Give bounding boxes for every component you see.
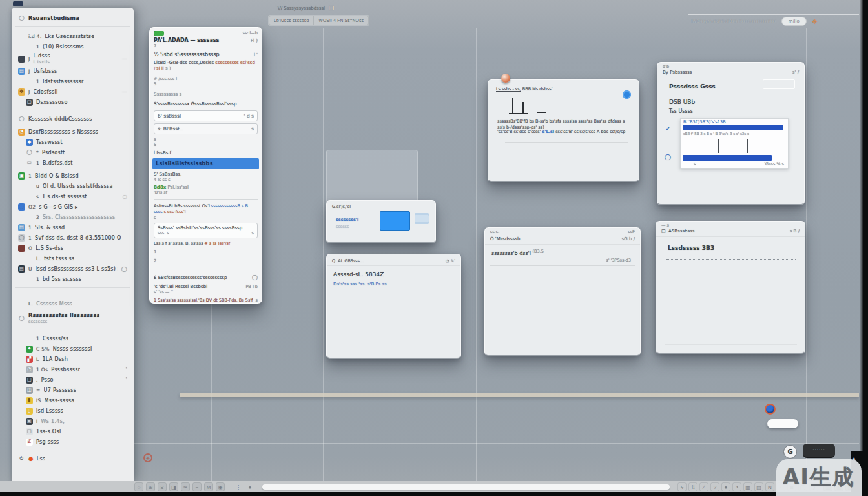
merchant-titlebar[interactable]: O 'Mssdssssb. sG.b / — [485, 234, 640, 245]
sidebar-item[interactable]: ▢ 1ss-s.Osl — [16, 426, 130, 437]
taskbar-tray-icon[interactable]: ϟ — [677, 482, 687, 491]
notes-titlebar[interactable]: Q .AL GBSsss... ◔ ✎' — [327, 254, 460, 266]
sidebar-item[interactable]: ● Q2 s G—s G GlS ▸ — [16, 202, 130, 212]
sidebar-item[interactable]: ▣ 1 Bldd Q & Bslssd — [16, 170, 130, 181]
sidebar-item[interactable]: ◯ 1 Svf dss ds. dsst 8-d3.551000 O — [16, 232, 130, 243]
sidebar-item[interactable]: ◔ DsxfBsssssssss s Nssssss — [16, 127, 130, 137]
sidebar-item[interactable]: ▢ . Psso ' — [16, 375, 130, 385]
tasks-titlebar-icons[interactable]: s' / — [792, 70, 799, 75]
dialog-after-1: S' SsBssBss, — [154, 172, 258, 177]
taskbar-icon[interactable]: ◉ — [216, 482, 225, 491]
dialog-section-3-button[interactable]: ◯ — [252, 274, 258, 280]
tasks-titlebar[interactable]: By Psbssssss s' / — [657, 69, 804, 78]
taskbar-icon[interactable]: M — [204, 482, 213, 491]
sidebar-item[interactable]: ◔ 1 Os Psssbssssr ' — [16, 364, 130, 375]
loudness-titlebar[interactable]: □ .A5Bsssbsss s B / — [656, 228, 805, 237]
light-swatch[interactable] — [415, 213, 429, 224]
top-tab-1[interactable]: Lb'lUscs ssssbsd — [269, 16, 314, 25]
sidebar-item[interactable]: 1 (10) Bsissssms — [16, 41, 130, 52]
taskbar-icon[interactable]: Ƨ — [158, 482, 167, 491]
sidebar-item[interactable]: ◯ Rssssssssfss llssssssss ssssssss — [16, 311, 130, 329]
white-pill-button[interactable] — [767, 419, 798, 428]
taskbar-icon-glyph: Ν — [768, 484, 772, 490]
sidebar-item[interactable]: ▢ Dsxssssoso — [16, 97, 130, 107]
taskbar-icon[interactable]: − — [192, 482, 202, 491]
blue-swatch[interactable] — [380, 211, 410, 231]
sidebar-item[interactable]: ▬ J L.dsss L tsxtls — — [16, 52, 130, 66]
sidebar-item[interactable]: ❖ J Cdosfssil — — [16, 87, 130, 97]
sidebar-item-icon: ▯ — [26, 408, 33, 415]
toolbar-button[interactable]: millo — [781, 17, 807, 26]
taskbar-tray-icon[interactable]: ⇅ — [688, 482, 698, 491]
top-tab-2[interactable]: WOS!! 4 FN Ss=NOss — [314, 16, 369, 25]
sidebar-item[interactable]: L. tsts tsss ss — [16, 253, 130, 264]
sidebar-item[interactable]: 1 Idstssfassssssr — [16, 76, 130, 87]
sidebar-item[interactable]: ⏻ ● Lss — [16, 450, 130, 464]
merchant-titlebar-icons[interactable]: sG.b / — [622, 236, 635, 242]
sidebar-item[interactable]: ▣ I Ws 1.4s, — [16, 416, 130, 426]
sidebar-item[interactable]: L. Cssssss Msss — [16, 298, 130, 309]
orange-badge-icon[interactable]: ❖ — [812, 18, 818, 25]
pinned-note-link[interactable]: s'L.sl — [542, 129, 555, 134]
sidebar-item[interactable]: ◯ Kssssssk dddbCsssssss — [16, 110, 130, 124]
dialog-titlebar[interactable]: ss· l—b — [154, 30, 258, 36]
taskbar-tray-icon[interactable]: ∕ — [699, 482, 708, 491]
sidebar-item[interactable]: ◆ Tssswssst — [16, 137, 130, 147]
sidebar-item[interactable]: ▮ IS Msss-ssssa — [16, 395, 130, 406]
dialog-input-2-adorn[interactable]: s — [251, 126, 254, 132]
sidebar-item-prefix: IS — [36, 398, 41, 404]
taskbar-icon[interactable]: ◌ — [134, 482, 143, 491]
dialog-window-controls[interactable]: ss· l—b — [243, 30, 258, 36]
sidebar-item[interactable]: 2 Srs. Clsssssssssssssssssss — [16, 212, 130, 222]
sidebar-item[interactable]: s T s.ds-st sssssst ◌ — [16, 191, 130, 202]
sidebar-item[interactable]: ◫ = U7 Psssssss — [16, 385, 130, 395]
taskbar-tray-icon[interactable]: Ν — [765, 482, 774, 491]
taskbar-scrollbar[interactable] — [262, 484, 670, 490]
pinned-note-title-a: Ls ssbs - ss, — [496, 87, 521, 92]
sidebar-item[interactable]: 1 bd 5ss ss.ssss — [16, 274, 130, 288]
pinned-note-title[interactable]: Ls ssbs - ss, BBB.Ms.dsbss' — [488, 80, 639, 92]
sidebar-item[interactable]: ▞ L 1LA Dssh — [16, 354, 130, 364]
taskbar-tray-icon[interactable]: ◔ — [732, 482, 741, 491]
check-circle-icon[interactable]: ✔ — [664, 125, 672, 133]
dialog-selected-row[interactable]: LslsBsBlsfsslssbbs — [152, 158, 259, 169]
notes-titlebar-icons[interactable]: ◔ ✎' — [446, 258, 455, 264]
sidebar-item[interactable]: u Ol d. Ulssds ssslstfdssssa — [16, 181, 130, 191]
blue-dot-icon[interactable] — [623, 90, 631, 99]
sidebar-item[interactable]: ◯ * Psdsosft — [16, 147, 130, 158]
dialog-box-2[interactable]: SsBsss' ssBslsU'ss'ssBsss'ss ssssBssp ss… — [154, 223, 258, 238]
taskbar-tray-icon[interactable]: ? — [710, 482, 719, 491]
grid-line — [134, 477, 859, 477]
merchant-minibar[interactable]: ss s. ssP — [485, 228, 640, 234]
taskbar-icon[interactable]: ● — [245, 482, 254, 491]
dark-key-button[interactable]: ······ — [803, 444, 835, 458]
taskbar-icon[interactable]: ⊞ — [146, 482, 155, 491]
taskbar-tray-icon[interactable]: ● — [721, 482, 730, 491]
radio-circle-icon[interactable]: ◯ — [664, 153, 672, 161]
taskbar-tray-icon[interactable]: ▤ — [754, 482, 763, 491]
sidebar-item[interactable]: ▤ U lssd ssBsssssssss ss3 L ss5s) xsssd … — [16, 264, 130, 274]
sidebar-item[interactable]: ✦ C 5% Nssss sssssssl — [16, 344, 130, 354]
notes-link[interactable]: Ds's'ss sss 'ss. s'B.Ps ss — [327, 278, 460, 287]
loudness-titlebar-icons[interactable]: s B / — [790, 229, 800, 234]
sidebar-item[interactable]: Ȼ Psg ssss — [16, 437, 130, 447]
sidebar-item[interactable]: i.d 4. Lks Gsecsssststse — [16, 31, 130, 41]
sidebar-item[interactable]: ▭ 1 B.dsfss.dst — [16, 158, 130, 168]
g-circle-icon[interactable]: G — [783, 445, 797, 459]
dialog-input-2[interactable]: s: Bl'Bssf... s — [154, 123, 258, 134]
taskbar-tray-icon[interactable]: ▦ — [743, 482, 752, 491]
spoke-circle-icon[interactable]: ✳ — [143, 453, 152, 462]
taskbar-icon[interactable]: ✂ — [181, 482, 190, 491]
sidebar-item[interactable]: ▤ J Usfsbsss — [16, 66, 130, 76]
sidebar-item[interactable]: 1 Csssss/ss — [16, 333, 130, 344]
notification-dot-icon[interactable] — [766, 405, 774, 413]
sidebar-item[interactable]: ▯ lsd Lsssss — [16, 406, 130, 416]
swatch-link[interactable]: ssssssss'l — [336, 217, 358, 222]
taskbar-icon[interactable]: ⋮ — [234, 482, 243, 491]
sidebar-item[interactable]: ● O L.S Ss-dss — [16, 243, 130, 253]
dialog-input-1-adorn[interactable]: ' d s — [244, 113, 254, 119]
sidebar-item[interactable]: ▤ 1 Sls. & sssd — [16, 222, 130, 232]
dialog-input-1[interactable]: 6' ssBsssl ' d s — [154, 110, 258, 121]
sidebar-item[interactable]: ◯ Rsuanstbudisma — [16, 13, 130, 27]
taskbar-icon[interactable]: ◨ — [169, 482, 178, 491]
